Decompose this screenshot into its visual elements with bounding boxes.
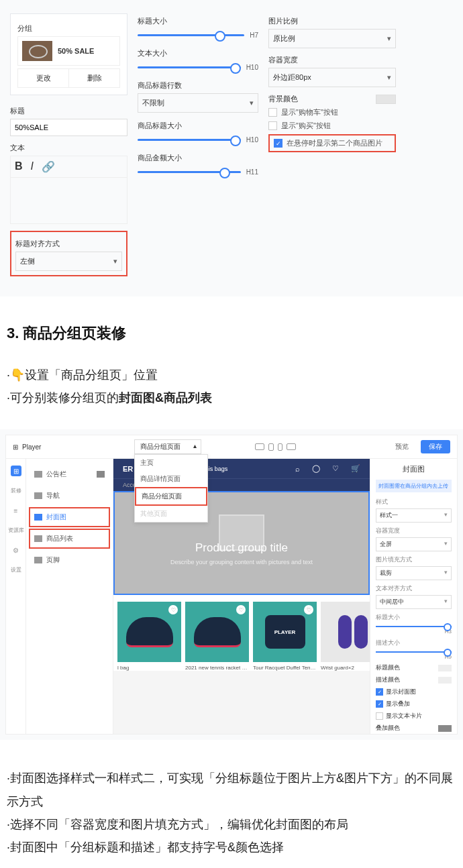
rich-textarea[interactable] (10, 177, 127, 224)
product-name: l bag (117, 665, 181, 671)
cw-label: 容器宽度 (376, 527, 452, 535)
user-icon[interactable]: ◯ (312, 464, 320, 473)
bold-icon[interactable]: B (15, 160, 23, 173)
align-label2: 文本对齐方式 (376, 584, 452, 593)
footer-icon (34, 557, 42, 563)
cart-icon[interactable]: 🛒 (351, 464, 360, 473)
text-size-slider[interactable] (138, 66, 241, 68)
sale-text: 50% SALE (58, 47, 94, 55)
sidebar-icons: ⊞ 装修 ≡ 资源库 ⚙ 设置 (6, 459, 26, 734)
title-size-slider[interactable] (138, 34, 244, 36)
section-footer[interactable]: 页脚 (29, 550, 110, 570)
section-cover[interactable]: 封面图 (29, 507, 110, 527)
show-cover-cb[interactable]: ✓ (376, 688, 383, 696)
banner-thumb (22, 41, 52, 61)
price-slider[interactable] (138, 171, 241, 173)
search-icon[interactable]: ⌕ (295, 465, 300, 473)
container-w-select[interactable]: 外边距80px (268, 68, 396, 87)
ds-label: 描述大小 (376, 639, 452, 647)
panel-note: 封面图需在商品分组内去上传 (376, 480, 452, 492)
ds-val: H9 (376, 654, 452, 660)
show-over-label: 显示叠加 (386, 700, 410, 708)
product-card[interactable]: ♡ 2021 new tennis racket bag (185, 602, 249, 671)
style-label: 样式 (376, 498, 452, 506)
wish-icon[interactable]: ♡ (304, 605, 313, 614)
gear-icon[interactable] (97, 471, 105, 478)
product-card[interactable]: ♡ Wrist guard×2 (321, 602, 370, 671)
dc-swatch[interactable] (438, 677, 452, 684)
cart-checkbox[interactable] (268, 108, 277, 117)
show-card-cb[interactable] (376, 712, 383, 720)
line-count-select[interactable]: 不限制 (138, 93, 258, 113)
show-cover-label: 显示封面图 (386, 688, 416, 696)
heart-icon[interactable]: ♡ (332, 464, 339, 473)
text-label: 文本 (10, 143, 127, 153)
section-list: 公告栏 导航 封面图 商品列表 页脚 (26, 459, 113, 734)
fullwidth-icon[interactable] (287, 443, 296, 450)
tail-3: ·封面图中「分组标题和描述」都支持字号&颜色选择 (7, 836, 456, 859)
ds-slider[interactable] (376, 651, 452, 653)
cover-icon (34, 514, 42, 521)
wish-icon[interactable]: ♡ (168, 605, 178, 614)
product-card[interactable]: ♡ l bag (117, 602, 181, 671)
align-select2[interactable]: 中间居中 (376, 595, 452, 609)
menu-detail[interactable]: 商品详情页面 (135, 471, 207, 487)
menu-group[interactable]: 商品分组页面 (135, 487, 207, 506)
top-bar: ⊞ Player 商品分组页面 主页 商品详情页面 商品分组页面 其他页面 预览… (6, 435, 457, 459)
cw-select[interactable]: 全屏 (376, 537, 452, 551)
overlay-swatch[interactable] (438, 725, 452, 732)
prod-title-val: H10 (246, 136, 258, 144)
fill-select[interactable]: 裁剪 (376, 566, 452, 580)
preview-button[interactable]: 预览 (389, 440, 415, 453)
decorate-icon[interactable]: ⊞ (11, 466, 21, 476)
mobile-icon[interactable] (278, 443, 282, 451)
store-logo: ER (123, 465, 133, 473)
page-dropdown[interactable]: 商品分组页面 主页 商品详情页面 商品分组页面 其他页面 (134, 439, 201, 454)
delete-button[interactable]: 删除 (69, 69, 119, 87)
change-button[interactable]: 更改 (18, 69, 69, 87)
menu-home[interactable]: 主页 (135, 455, 207, 471)
align-highlight: 标题对齐方式 左侧 (10, 231, 127, 276)
product-name: 2021 new tennis racket bag (185, 665, 249, 671)
align-select[interactable]: 左侧 (15, 252, 122, 271)
link-icon[interactable]: 🔗 (42, 160, 55, 173)
product-card[interactable]: ♡PLAYER Tour Racquet Duffel Tennis (253, 602, 317, 671)
ts-slider[interactable] (376, 626, 452, 627)
hover-checkbox[interactable]: ✓ (274, 139, 282, 148)
save-button[interactable]: 保存 (421, 440, 450, 453)
decorate-label: 装修 (11, 487, 21, 494)
tc-swatch[interactable] (438, 665, 452, 671)
group-card: 分组 50% SALE 更改 删除 (10, 13, 127, 95)
sale-banner: 50% SALE (17, 36, 120, 66)
prod-title-slider[interactable] (138, 139, 241, 141)
show-over-cb[interactable]: ✓ (376, 700, 383, 708)
tail-2: ·选择不同「容器宽度和图片填充方式」，编辑优化封面图的布局 (7, 813, 456, 836)
ratio-column: 图片比例 原比例 容器宽度 外边距80px 背景颜色 显示"购物车"按钮 显示"… (268, 13, 396, 155)
rich-toolbar: B I 🔗 (10, 156, 127, 177)
style-select[interactable]: 样式一 (376, 508, 452, 523)
prod-title-size-label: 商品标题大小 (138, 121, 258, 131)
title-label: 标题 (10, 106, 127, 116)
wish-icon[interactable]: ♡ (236, 605, 246, 614)
bullet-2: ·可分别装修分组页的封面图&商品列表 (7, 386, 456, 409)
title-input[interactable] (10, 119, 127, 136)
buy-checkbox[interactable] (268, 121, 277, 130)
bg-color-swatch[interactable] (376, 95, 396, 104)
price-val: H11 (246, 168, 258, 176)
section-nav[interactable]: 导航 (29, 486, 110, 506)
italic-icon[interactable]: I (31, 160, 34, 173)
section-notice[interactable]: 公告栏 (29, 464, 110, 484)
settings-icon[interactable]: ⚙ (11, 545, 21, 555)
overlay-c-label: 叠加颜色 (376, 724, 400, 733)
bullet-list: ·👇设置「商品分组页」位置 ·可分别装修分组页的封面图&商品列表 (7, 364, 456, 409)
menu-other[interactable]: 其他页面 (135, 506, 207, 522)
resource-icon[interactable]: ≡ (11, 505, 21, 516)
ratio-select[interactable]: 原比例 (268, 29, 396, 48)
product-name: Wrist guard×2 (321, 665, 370, 671)
slider-column: 标题大小 H7 文本大小 H10 商品标题行数 不限制 商品标题大小 H10 商… (138, 13, 258, 185)
ratio-label: 图片比例 (268, 16, 396, 26)
desktop-icon[interactable] (255, 443, 264, 450)
tablet-icon[interactable] (268, 443, 274, 451)
align-label: 标题对齐方式 (15, 239, 122, 249)
section-list-item[interactable]: 商品列表 (29, 529, 110, 549)
